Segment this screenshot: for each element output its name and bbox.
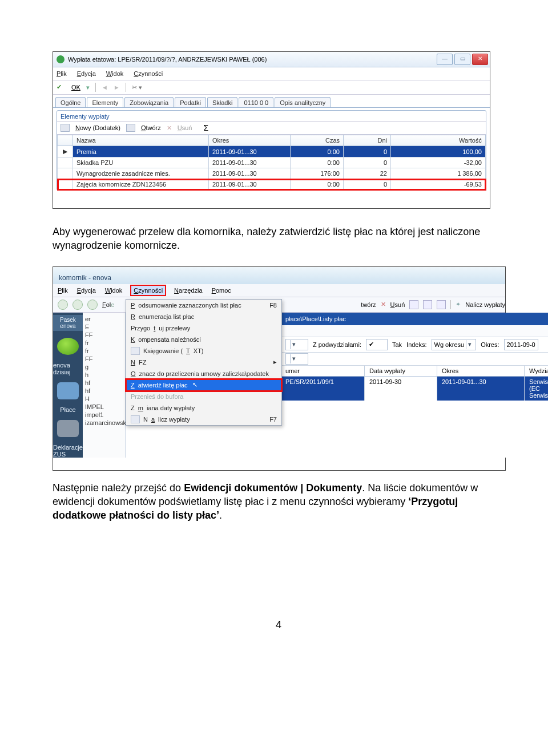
menu-plik[interactable]: Plik (57, 70, 67, 77)
ok-dropdown-icon[interactable]: ▾ (86, 84, 90, 91)
tool-icon[interactable] (409, 300, 418, 309)
folder-button[interactable]: Fole (102, 301, 114, 308)
usun-button[interactable]: Usuń (390, 301, 405, 308)
menu-bar: Plik Edycja Widok Czynności Narzędzia Po… (53, 284, 505, 297)
col-data[interactable]: Data wypłaty (365, 366, 437, 376)
menu-item-zatwierdz[interactable]: Zatwierdź listę płac↖ (126, 379, 281, 391)
filter-combo[interactable]: ▾ (285, 353, 308, 365)
nalicz-icon: ✦ (456, 301, 461, 308)
table-row-highlighted[interactable]: Zajęcia komornicze ZDN123456 2011-09-01.… (58, 179, 486, 190)
list-item[interactable]: E (84, 323, 124, 331)
zpod-check[interactable]: ✔ (366, 339, 388, 350)
sidebar-item-place[interactable]: Płace (60, 406, 76, 413)
table-row[interactable]: ▶ Premia 2011-09-01...30 0:00 0 100,00 (58, 146, 486, 157)
menu-item[interactable]: NFZ▸ (126, 357, 281, 368)
list-item[interactable]: izamarcinowska (84, 419, 124, 427)
list-item[interactable]: FF (84, 355, 124, 363)
list-item[interactable]: impel1 (84, 411, 124, 419)
col-dni[interactable]: Dni (344, 135, 391, 146)
tab-elementy[interactable]: Elementy (87, 97, 123, 107)
menu-item[interactable]: Zmiana daty wypłaty (126, 402, 281, 414)
nav-back-icon[interactable]: ◄ (102, 84, 108, 91)
sidebar-title: Pasek enova (53, 315, 83, 331)
screenshot-elementy-wyplaty: Wypłata etatowa: LPE/SR/2011/09/?/?, AND… (53, 51, 490, 209)
new-button[interactable]: Nowy (Dodatek) (75, 124, 120, 131)
delete-button[interactable]: Usuń (178, 124, 192, 131)
close-button[interactable]: ✕ (472, 54, 488, 65)
sidebar-item-dzisiaj[interactable]: enova dzisiaj (53, 362, 83, 375)
filter-combo[interactable]: ▾ (285, 339, 308, 350)
nav-icon[interactable] (72, 300, 83, 310)
col-numer[interactable]: umer (281, 366, 365, 376)
tab-strip: Ogólne Elementy Zobowiązania Podatki Skł… (53, 95, 490, 108)
col-czas[interactable]: Czas (291, 135, 344, 146)
tworz-label[interactable]: twórz (361, 301, 376, 308)
menu-widok[interactable]: Widok (105, 287, 123, 294)
menu-czynnosci[interactable]: Czynności (131, 286, 165, 295)
list-item[interactable]: h (84, 371, 124, 379)
indeks-combo[interactable]: Wg okresu▾ (432, 339, 477, 350)
table-row[interactable]: Składka PZU 2011-09-01...30 0:00 0 -32,0… (58, 157, 486, 168)
window-title: Wypłata etatowa: LPE/SR/2011/09/?/?, AND… (68, 56, 267, 63)
list-item[interactable]: g (84, 363, 124, 371)
tab-zobowiazania[interactable]: Zobowiązania (124, 97, 174, 107)
tab-skladki[interactable]: Składki (207, 97, 237, 107)
tab-kod[interactable]: 0110 0 0 (239, 97, 273, 107)
col-nazwa[interactable]: Nazwa (73, 135, 209, 146)
nalicz-button[interactable]: Nalicz wypłaty (465, 301, 505, 308)
list-item[interactable]: fr (84, 339, 124, 347)
tab-podatki[interactable]: Podatki (175, 97, 206, 107)
menu-item[interactable]: Oznacz do przeliczenia umowy zaliczka\po… (126, 368, 281, 379)
nav-icon[interactable] (87, 300, 98, 310)
folder-tree[interactable]: er E FF fr fr FF g h hf hf H IMPEL impel… (83, 313, 126, 458)
sidebar: Pasek enova enova dzisiaj Płace Deklarac… (53, 313, 83, 458)
menu-edycja[interactable]: Edycja (77, 70, 96, 77)
menu-item[interactable]: Nalicz wypłatyF7 (126, 414, 281, 425)
separator (95, 83, 96, 92)
enova-dzisiaj-icon[interactable] (57, 338, 79, 355)
list-item[interactable]: er (84, 315, 124, 323)
menu-widok[interactable]: Widok (106, 70, 124, 77)
list-item[interactable]: IMPEL (84, 403, 124, 411)
nav-fwd-icon[interactable]: ► (114, 84, 120, 91)
list-item[interactable]: fr (84, 347, 124, 355)
table-row[interactable]: Wynagrodzenie zasadnicze mies. 2011-09-0… (58, 168, 486, 179)
maximize-button[interactable]: ▭ (454, 54, 470, 65)
list-item[interactable]: H (84, 395, 124, 403)
list-row[interactable]: PE/SR/2011/09/1 2011-09-30 2011-09-01...… (281, 377, 548, 401)
menu-item[interactable]: Przygotuj przelewy (126, 322, 281, 334)
col-okres[interactable]: Okres (437, 366, 525, 376)
nav-icon[interactable] (58, 300, 68, 310)
okres-input[interactable]: 2011-09-0 (504, 339, 538, 350)
menu-czynnosci[interactable]: Czynności (134, 70, 163, 77)
ok-button[interactable]: OK (71, 84, 80, 91)
tab-ogolne[interactable]: Ogólne (55, 97, 86, 107)
menu-item[interactable]: Przenieś do bufora (126, 391, 281, 402)
menu-item[interactable]: Księgowanie (TXT) (126, 345, 281, 357)
tab-opis[interactable]: Opis analityczny (275, 97, 331, 107)
sidebar-item-deklaracje[interactable]: Deklaracje ZUS (53, 444, 83, 458)
menu-item[interactable]: Renumeracja list płac (126, 311, 281, 322)
ok-check-icon: ✔ (57, 83, 66, 91)
tak-label: Tak (392, 341, 402, 348)
sigma-button[interactable]: Σ (203, 123, 208, 132)
list-item[interactable]: FF (84, 331, 124, 339)
minimize-button[interactable]: — (437, 54, 453, 65)
tool-icon[interactable] (423, 300, 432, 309)
menu-item[interactable]: Podsumowanie zaznaczonych list płacF8 (126, 300, 281, 311)
place-icon[interactable] (57, 382, 79, 399)
menu-item[interactable]: Kompensata należności (126, 334, 281, 345)
list-item[interactable]: hf (84, 387, 124, 395)
col-wydzial[interactable]: Wydział (525, 366, 548, 376)
open-button[interactable]: Otwórz (141, 124, 161, 131)
tool-icon[interactable] (437, 300, 446, 309)
deklaracje-icon[interactable] (57, 420, 79, 437)
menu-edycja[interactable]: Edycja (77, 287, 96, 294)
menu-pomoc[interactable]: Pomoc (212, 287, 231, 294)
menu-plik[interactable]: Plik (58, 287, 68, 294)
menu-narzedzia[interactable]: Narzędzia (174, 287, 203, 294)
col-okres[interactable]: Okres (209, 135, 291, 146)
tools-icon[interactable]: ✂ ▾ (132, 84, 142, 91)
list-item[interactable]: hf (84, 379, 124, 387)
col-wartosc[interactable]: Wartość (391, 135, 486, 146)
